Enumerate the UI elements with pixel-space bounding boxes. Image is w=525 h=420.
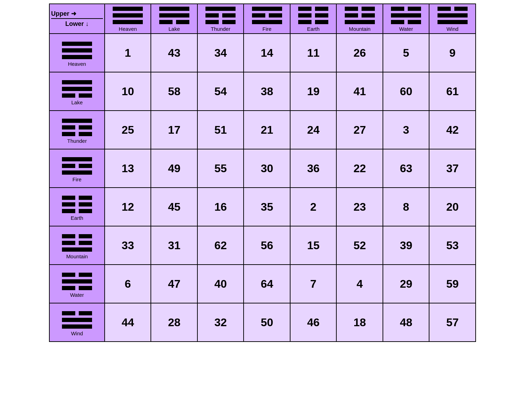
svg-rect-47 xyxy=(79,132,92,136)
cell-fire-thunder: 55 xyxy=(197,149,244,188)
cell-thunder-fire: 21 xyxy=(244,111,290,149)
cell-wind-heaven: 44 xyxy=(105,303,151,342)
cell-heaven-heaven: 1 xyxy=(105,34,151,72)
cell-wind-earth: 46 xyxy=(290,303,337,342)
svg-rect-42 xyxy=(79,93,92,98)
cell-mountain-fire: 56 xyxy=(244,226,290,265)
cell-water-heaven: 6 xyxy=(105,265,151,303)
cell-earth-thunder: 16 xyxy=(197,188,244,226)
svg-rect-12 xyxy=(252,7,282,11)
col-header-earth: Earth xyxy=(290,4,337,34)
trigram-water-top xyxy=(384,6,428,25)
svg-rect-68 xyxy=(62,311,75,315)
row-label-fire: Fire xyxy=(51,176,103,182)
col-header-water: Water xyxy=(383,4,429,34)
cell-heaven-fire: 14 xyxy=(244,34,290,72)
svg-rect-1 xyxy=(113,13,143,18)
svg-rect-53 xyxy=(79,196,92,200)
svg-rect-18 xyxy=(298,13,312,18)
trigram-mountain-top xyxy=(337,6,382,25)
cell-lake-fire: 38 xyxy=(244,72,290,111)
svg-rect-49 xyxy=(62,164,75,168)
svg-rect-37 xyxy=(62,48,92,52)
svg-rect-23 xyxy=(362,7,375,11)
cell-thunder-mountain: 27 xyxy=(336,111,383,149)
svg-rect-9 xyxy=(222,13,236,18)
cell-mountain-thunder: 62 xyxy=(197,226,244,265)
cell-wind-thunder: 32 xyxy=(197,303,244,342)
cell-water-water: 29 xyxy=(383,265,429,303)
trigram-fire-side xyxy=(51,156,103,175)
row-label-thunder: Thunder xyxy=(51,138,103,144)
col-header-lake: Lake xyxy=(151,4,197,34)
svg-rect-66 xyxy=(62,286,75,290)
trigram-lake-side xyxy=(51,79,103,98)
cell-earth-water: 8 xyxy=(383,188,429,226)
svg-rect-30 xyxy=(391,20,404,24)
svg-rect-57 xyxy=(79,209,92,213)
svg-rect-21 xyxy=(315,20,328,24)
cell-earth-earth: 2 xyxy=(290,188,337,226)
svg-rect-70 xyxy=(62,318,92,322)
upper-label: Upper ➜ xyxy=(51,10,76,18)
cell-water-lake: 47 xyxy=(151,265,197,303)
svg-rect-60 xyxy=(62,241,75,245)
cell-mountain-heaven: 33 xyxy=(105,226,151,265)
cell-mountain-water: 39 xyxy=(383,226,429,265)
cell-thunder-earth: 24 xyxy=(290,111,337,149)
svg-rect-58 xyxy=(62,234,75,238)
svg-rect-6 xyxy=(176,20,189,24)
cell-lake-mountain: 41 xyxy=(336,72,383,111)
svg-rect-29 xyxy=(391,13,421,18)
cell-wind-wind: 57 xyxy=(429,303,476,342)
cell-wind-lake: 28 xyxy=(151,303,197,342)
svg-rect-17 xyxy=(315,7,328,11)
svg-rect-20 xyxy=(298,20,312,24)
row-header-wind: Wind xyxy=(49,303,105,342)
cell-earth-mountain: 23 xyxy=(336,188,383,226)
svg-rect-10 xyxy=(205,20,219,24)
trigram-wind-top xyxy=(430,6,475,25)
svg-rect-15 xyxy=(252,20,282,24)
col-label-wind: Wind xyxy=(430,26,475,32)
svg-rect-19 xyxy=(315,13,328,18)
svg-rect-64 xyxy=(79,273,92,277)
svg-rect-34 xyxy=(438,13,468,18)
row-label-water: Water xyxy=(51,292,103,298)
cell-wind-fire: 50 xyxy=(244,303,290,342)
cell-heaven-mountain: 26 xyxy=(336,34,383,72)
trigram-earth-side xyxy=(51,195,103,214)
cell-water-wind: 59 xyxy=(429,265,476,303)
svg-rect-41 xyxy=(62,93,75,98)
row-header-heaven: Heaven xyxy=(49,34,105,72)
svg-rect-25 xyxy=(362,13,375,18)
svg-rect-5 xyxy=(159,20,173,24)
cell-water-mountain: 4 xyxy=(336,265,383,303)
svg-rect-32 xyxy=(438,7,451,11)
cell-lake-wind: 61 xyxy=(429,72,476,111)
svg-rect-62 xyxy=(62,247,92,252)
trigram-thunder-side xyxy=(51,118,103,137)
col-label-thunder: Thunder xyxy=(198,26,243,32)
col-label-lake: Lake xyxy=(152,26,196,32)
col-label-earth: Earth xyxy=(291,26,336,32)
cell-fire-heaven: 13 xyxy=(105,149,151,188)
svg-rect-36 xyxy=(62,42,92,46)
cell-mountain-lake: 31 xyxy=(151,226,197,265)
cell-fire-lake: 49 xyxy=(151,149,197,188)
svg-rect-11 xyxy=(222,20,236,24)
cell-water-earth: 7 xyxy=(290,265,337,303)
svg-rect-2 xyxy=(113,20,143,24)
svg-rect-43 xyxy=(62,119,92,123)
svg-rect-39 xyxy=(62,80,92,84)
trigram-heaven-side xyxy=(51,41,103,60)
cell-earth-fire: 35 xyxy=(244,188,290,226)
svg-rect-7 xyxy=(205,7,236,11)
col-header-wind: Wind xyxy=(429,4,476,34)
svg-rect-59 xyxy=(79,234,92,238)
iching-table: Upper ➜ Lower ↓ Heaven xyxy=(49,4,476,342)
col-header-heaven: Heaven xyxy=(105,4,151,34)
cell-earth-heaven: 12 xyxy=(105,188,151,226)
cell-mountain-mountain: 52 xyxy=(336,226,383,265)
row-header-thunder: Thunder xyxy=(49,111,105,149)
